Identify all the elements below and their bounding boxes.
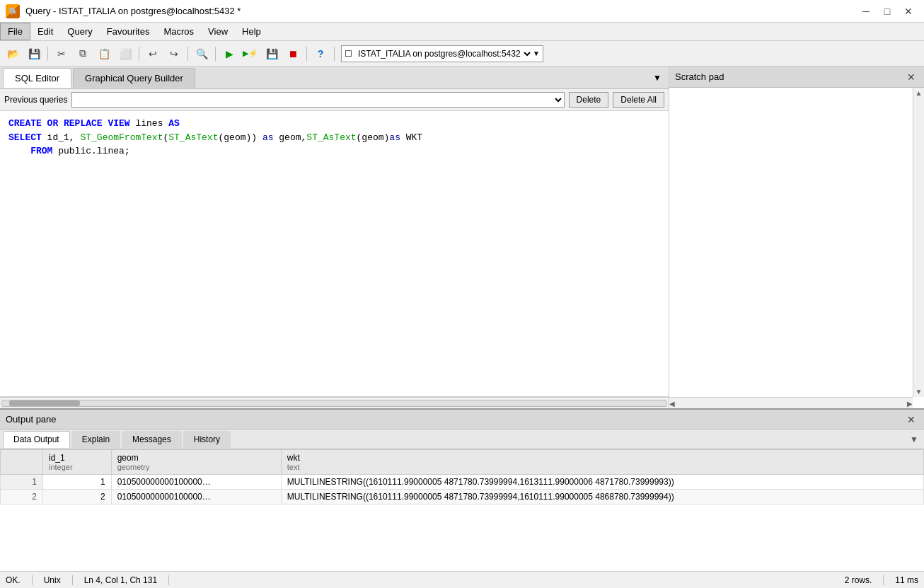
- cell-id1-1: 1: [43, 475, 112, 490]
- main-content: SQL Editor Graphical Query Builder ▼ Pre…: [0, 67, 924, 408]
- output-pane-close-button[interactable]: ✕: [904, 413, 918, 427]
- status-time: 11 ms: [895, 575, 918, 585]
- stop-button[interactable]: ⏹: [283, 44, 303, 64]
- data-output-table-container[interactable]: id_1integer geomgeometry wkttext 1 1 010…: [0, 449, 924, 571]
- scroll-right-icon[interactable]: ▶: [907, 399, 913, 407]
- row-num-1: 1: [1, 475, 43, 490]
- clear-button[interactable]: ⬜: [115, 44, 135, 64]
- data-output-table: id_1integer geomgeometry wkttext 1 1 010…: [0, 449, 924, 505]
- run-button[interactable]: ▶: [219, 44, 239, 64]
- toolbar-separator-4: [215, 47, 216, 61]
- maximize-button[interactable]: □: [877, 3, 897, 20]
- row-num-2: 2: [1, 490, 43, 505]
- scratch-pad-vscrollbar[interactable]: ▲ ▼: [913, 88, 924, 397]
- scroll-left-icon[interactable]: ◀: [669, 399, 675, 407]
- output-pane-header: Output pane ✕: [0, 410, 924, 430]
- scratch-pad-close-button[interactable]: ✕: [904, 70, 918, 84]
- table-row: 2 2 010500000000100000… MULTILINESTRING(…: [1, 490, 924, 505]
- scratch-pad-header: Scratch pad ✕: [669, 67, 924, 88]
- hscroll-track[interactable]: [1, 400, 667, 407]
- previous-queries-bar: Previous queries Delete Delete All: [0, 89, 669, 111]
- column-header-id1[interactable]: id_1integer: [43, 450, 112, 475]
- scratch-pad-hscrollbar[interactable]: ◀ ▶: [669, 397, 913, 408]
- left-panel: SQL Editor Graphical Query Builder ▼ Pre…: [0, 67, 669, 408]
- cell-wkt-1: MULTILINESTRING((1610111.99000005 487178…: [281, 475, 923, 490]
- undo-button[interactable]: ↩: [143, 44, 163, 64]
- tab-sql-editor[interactable]: SQL Editor: [3, 68, 71, 88]
- title-bar-text: Query - ISTAT_ITALIA on postgres@localho…: [25, 6, 850, 16]
- hscroll-thumb[interactable]: [9, 400, 80, 406]
- toolbar: 📂 💾 ✂ ⧉ 📋 ⬜ ↩ ↪ 🔍 ▶ ▶⚡ 💾 ⏹ ? ☐ ISTAT_ITA…: [0, 41, 924, 67]
- find-button[interactable]: 🔍: [192, 44, 212, 64]
- output-pane-title: Output pane: [6, 414, 904, 425]
- menu-help[interactable]: Help: [235, 23, 268, 40]
- column-header-wkt[interactable]: wkttext: [281, 450, 923, 475]
- open-button[interactable]: 📂: [3, 44, 23, 64]
- db-icon: ☐: [345, 49, 352, 59]
- status-rows: 2 rows.: [845, 575, 872, 585]
- save-data-button[interactable]: 💾: [262, 44, 282, 64]
- close-button[interactable]: ✕: [899, 3, 918, 20]
- tab-arrow[interactable]: ▼: [649, 71, 666, 84]
- toolbar-separator-2: [139, 47, 139, 61]
- tab-messages[interactable]: Messages: [122, 431, 182, 448]
- sql-editor-hscrollbar[interactable]: [0, 397, 669, 408]
- menu-favourites[interactable]: Favourites: [100, 23, 157, 40]
- delete-all-button[interactable]: Delete All: [613, 92, 664, 108]
- cell-wkt-2: MULTILINESTRING((1610111.99000005 487178…: [281, 490, 923, 505]
- db-selector-container[interactable]: ☐ ISTAT_ITALIA on postgres@localhost:543…: [341, 45, 543, 62]
- scroll-up-icon[interactable]: ▲: [914, 88, 924, 98]
- previous-queries-label: Previous queries: [4, 95, 67, 105]
- status-ok: OK.: [6, 575, 21, 585]
- help-button[interactable]: ?: [311, 44, 330, 64]
- sql-content: CREATE OR REPLACE VIEW lines AS SELECT i…: [0, 111, 669, 164]
- title-bar: 🐘 Query - ISTAT_ITALIA on postgres@local…: [0, 0, 924, 23]
- cell-id1-2: 2: [43, 490, 112, 505]
- save-button[interactable]: 💾: [24, 44, 44, 64]
- scratch-pad-panel: Scratch pad ✕ ▲ ▼ ◀ ▶: [669, 67, 924, 408]
- toolbar-separator-1: [47, 47, 48, 61]
- db-selector[interactable]: ISTAT_ITALIA on postgres@localhost:5432: [355, 48, 533, 59]
- sql-editor-area[interactable]: CREATE OR REPLACE VIEW lines AS SELECT i…: [0, 111, 669, 397]
- status-cursor: Ln 4, Col 1, Ch 131: [84, 575, 157, 585]
- status-line-ending: Unix: [44, 575, 61, 585]
- db-dropdown-icon: ▼: [533, 50, 540, 57]
- scratch-pad-content[interactable]: ▲ ▼ ◀ ▶: [669, 88, 924, 408]
- scroll-down-icon[interactable]: ▼: [914, 386, 924, 397]
- menu-macros[interactable]: Macros: [156, 23, 201, 40]
- paste-button[interactable]: 📋: [94, 44, 114, 64]
- menu-edit[interactable]: Edit: [30, 23, 60, 40]
- tab-explain[interactable]: Explain: [71, 431, 120, 448]
- cell-geom-1: 010500000000100000…: [111, 475, 281, 490]
- toolbar-separator-5: [306, 47, 307, 61]
- runpg-button[interactable]: ▶⚡: [241, 44, 260, 64]
- cut-button[interactable]: ✂: [52, 44, 71, 64]
- toolbar-separator-3: [187, 47, 188, 61]
- title-bar-controls: ─ □ ✕: [856, 3, 918, 20]
- delete-button[interactable]: Delete: [569, 92, 609, 108]
- status-separator-2: [72, 575, 73, 585]
- redo-button[interactable]: ↪: [164, 44, 184, 64]
- minimize-button[interactable]: ─: [856, 3, 876, 20]
- tab-graphical-query-builder[interactable]: Graphical Query Builder: [73, 68, 195, 88]
- status-separator-3: [168, 575, 169, 585]
- previous-queries-select[interactable]: [71, 92, 564, 108]
- menu-file[interactable]: File: [0, 23, 30, 40]
- table-row: 1 1 010500000000100000… MULTILINESTRING(…: [1, 475, 924, 490]
- menu-view[interactable]: View: [201, 23, 235, 40]
- tab-history[interactable]: History: [183, 431, 231, 448]
- output-tab-bar: Data Output Explain Messages History ▼: [0, 430, 924, 449]
- scratch-pad-title: Scratch pad: [675, 71, 904, 82]
- app-icon: 🐘: [6, 4, 20, 18]
- output-tab-arrow[interactable]: ▼: [910, 434, 921, 444]
- output-pane: Output pane ✕ Data Output Explain Messag…: [0, 408, 924, 571]
- column-header-geom[interactable]: geomgeometry: [111, 450, 281, 475]
- editor-tab-bar: SQL Editor Graphical Query Builder ▼: [0, 67, 669, 89]
- menu-bar: File Edit Query Favourites Macros View H…: [0, 23, 924, 41]
- cell-geom-2: 010500000000100000…: [111, 490, 281, 505]
- menu-query[interactable]: Query: [60, 23, 99, 40]
- tab-data-output[interactable]: Data Output: [3, 431, 70, 448]
- copy-button[interactable]: ⧉: [73, 44, 93, 64]
- status-bar: OK. Unix Ln 4, Col 1, Ch 131 2 rows. 11 …: [0, 571, 924, 588]
- column-header-rownum: [1, 450, 43, 475]
